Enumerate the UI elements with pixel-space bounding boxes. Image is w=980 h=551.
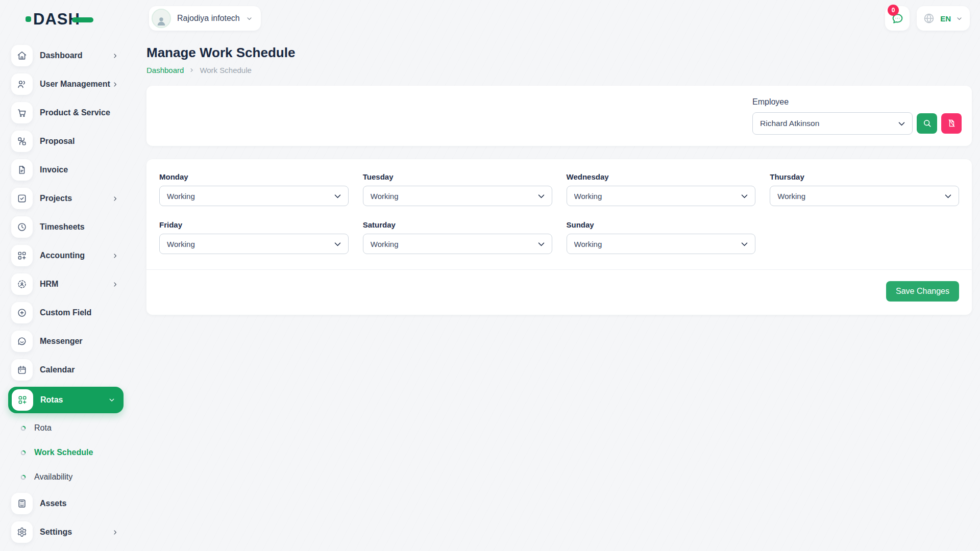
- chevron-right-icon: [189, 67, 194, 73]
- company-selector[interactable]: Rajodiya infotech: [149, 6, 261, 31]
- day-select-monday[interactable]: Working: [159, 186, 349, 206]
- sidebar-item-label: Dashboard: [40, 51, 83, 60]
- sidebar-item-settings[interactable]: Settings: [0, 518, 133, 546]
- topbar: Rajodiya infotech 0 EN: [133, 0, 980, 37]
- file-icon: [11, 159, 33, 181]
- company-avatar: [152, 9, 171, 28]
- sidebar-subitem-rota[interactable]: Rota: [0, 416, 133, 440]
- company-name: Rajodiya infotech: [177, 14, 240, 23]
- language-selector[interactable]: EN: [917, 6, 970, 31]
- days-grid: Monday Working Tuesday Working: [159, 172, 959, 254]
- sidebar-item-invoice[interactable]: Invoice: [0, 156, 133, 184]
- notifications-button[interactable]: 0: [885, 6, 910, 31]
- chevron-right-icon: [112, 529, 118, 536]
- day-select-wednesday[interactable]: Working: [567, 186, 756, 206]
- sidebar-item-label: User Management: [40, 80, 110, 89]
- breadcrumb-dashboard-link[interactable]: Dashboard: [146, 66, 184, 74]
- sidebar-item-label: Product & Service: [40, 108, 110, 117]
- day-select-tuesday[interactable]: Working: [363, 186, 552, 206]
- day-label: Friday: [159, 220, 349, 229]
- users-icon: [11, 73, 33, 95]
- sidebar-item-label: Projects: [40, 194, 72, 203]
- logo-dot: [26, 16, 31, 22]
- sidebar-subitem-availability[interactable]: Availability: [0, 465, 133, 489]
- sidebar: DASH Dashboard User Management Product &…: [0, 0, 133, 551]
- clear-filter-button[interactable]: [941, 113, 962, 134]
- sidebar-item-label: Calendar: [40, 365, 75, 374]
- day-label: Tuesday: [363, 172, 552, 181]
- work-schedule-card: Monday Working Tuesday Working: [146, 159, 972, 315]
- app-root: DASH Dashboard User Management Product &…: [0, 0, 980, 551]
- sidebar-item-accounting[interactable]: Accounting: [0, 241, 133, 270]
- sidebar-subitem-label: Rota: [34, 423, 52, 433]
- search-icon: [922, 118, 932, 128]
- sidebar-item-label: Assets: [40, 499, 66, 508]
- day-field-friday: Friday Working: [159, 220, 349, 254]
- calendar-icon: [11, 359, 33, 381]
- sidebar-item-label: Proposal: [40, 137, 75, 146]
- employee-select[interactable]: Richard Atkinson: [752, 112, 913, 135]
- employee-label: Employee: [752, 97, 962, 107]
- sidebar-item-custom-field[interactable]: Custom Field: [0, 298, 133, 327]
- grid-plus-icon: [11, 245, 33, 266]
- sidebar-item-label: Accounting: [40, 251, 85, 260]
- workflow-icon: [11, 131, 33, 152]
- cart-icon: [11, 102, 33, 123]
- day-select-sunday[interactable]: Working: [567, 234, 756, 254]
- employee-filter-card: Employee Richard Atkinson: [146, 86, 972, 146]
- day-label: Monday: [159, 172, 349, 181]
- sidebar-item-label: Settings: [40, 528, 72, 537]
- logo-dash-bar: [72, 17, 93, 22]
- sidebar-item-timesheets[interactable]: Timesheets: [0, 213, 133, 241]
- page-title: Manage Work Schedule: [146, 45, 972, 61]
- sidebar-item-label: Timesheets: [40, 222, 85, 232]
- day-field-wednesday: Wednesday Working: [567, 172, 756, 206]
- chevron-down-icon: [956, 15, 963, 22]
- notification-badge: 0: [888, 5, 899, 16]
- sidebar-subitem-label: Work Schedule: [34, 448, 93, 457]
- sidebar-item-rotas[interactable]: Rotas: [8, 387, 124, 413]
- day-field-sunday: Sunday Working: [567, 220, 756, 254]
- sidebar-item-user-management[interactable]: User Management: [0, 70, 133, 98]
- day-field-tuesday: Tuesday Working: [363, 172, 552, 206]
- chevron-right-icon: [112, 53, 118, 59]
- day-field-thursday: Thursday Working: [770, 172, 959, 206]
- sidebar-item-label: Messenger: [40, 337, 83, 346]
- home-icon: [11, 45, 33, 66]
- day-select-friday[interactable]: Working: [159, 234, 349, 254]
- sidebar-item-proposal[interactable]: Proposal: [0, 127, 133, 156]
- chevron-down-icon: [246, 15, 253, 22]
- save-changes-button[interactable]: Save Changes: [886, 281, 959, 302]
- sidebar-item-calendar[interactable]: Calendar: [0, 356, 133, 384]
- sidebar-item-label: Invoice: [40, 165, 68, 174]
- sidebar-item-projects[interactable]: Projects: [0, 184, 133, 213]
- sidebar-item-assets[interactable]: Assets: [0, 489, 133, 518]
- sidebar-subitem-work-schedule[interactable]: Work Schedule: [0, 440, 133, 465]
- file-slash-icon: [947, 118, 957, 128]
- chevron-right-icon: [112, 81, 118, 88]
- breadcrumb: Dashboard Work Schedule: [146, 66, 972, 74]
- sidebar-item-hrm[interactable]: HRM: [0, 270, 133, 298]
- main-content: Manage Work Schedule Dashboard Work Sche…: [133, 37, 980, 315]
- card-divider: [146, 269, 972, 270]
- gear-icon: [11, 521, 33, 543]
- day-select-thursday[interactable]: Working: [770, 186, 959, 206]
- sidebar-item-dashboard[interactable]: Dashboard: [0, 41, 133, 70]
- day-label: Saturday: [363, 220, 552, 229]
- sidebar-item-messenger[interactable]: Messenger: [0, 327, 133, 356]
- day-label: Sunday: [567, 220, 756, 229]
- day-select-saturday[interactable]: Working: [363, 234, 552, 254]
- bullet-donut-icon: [20, 425, 26, 431]
- sidebar-item-label: Rotas: [40, 395, 63, 405]
- sidebar-item-product-service[interactable]: Product & Service: [0, 98, 133, 127]
- language-code: EN: [940, 14, 951, 23]
- content-area: Rajodiya infotech 0 EN: [133, 0, 980, 551]
- search-button[interactable]: [917, 113, 937, 134]
- breadcrumb-current: Work Schedule: [200, 66, 251, 74]
- chevron-down-icon: [108, 396, 115, 404]
- circle-plus-icon: [11, 302, 33, 323]
- brand-logo[interactable]: DASH: [26, 11, 133, 27]
- sidebar-item-label: HRM: [40, 280, 58, 289]
- sidebar-subitem-label: Availability: [34, 472, 72, 482]
- chevron-right-icon: [112, 281, 118, 288]
